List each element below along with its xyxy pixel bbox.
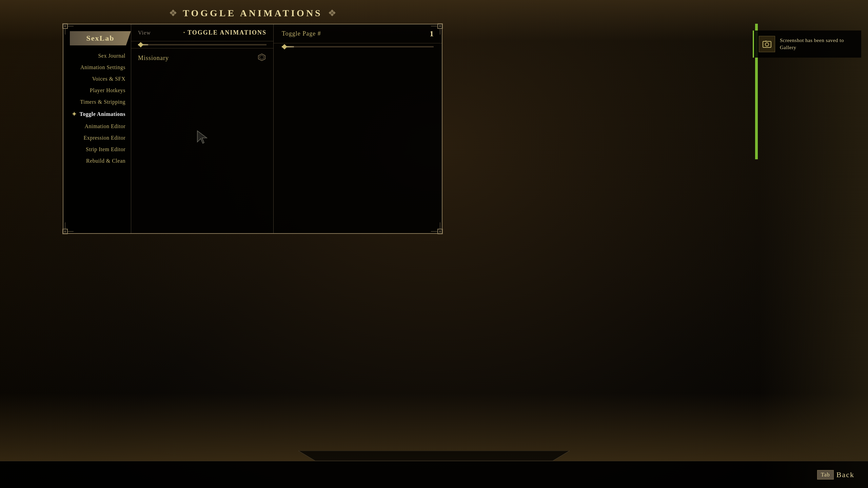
sidebar-item-timers-stripping[interactable]: Timers & Stripping (63, 97, 131, 107)
middle-slider-track[interactable] (138, 44, 267, 45)
middle-slider-container[interactable] (131, 41, 273, 48)
svg-rect-2 (765, 41, 767, 42)
right-wall-decoration (760, 0, 868, 488)
sidebar-item-player-hotkeys[interactable]: Player Hotkeys (63, 85, 131, 96)
corner-decoration-tl (62, 23, 74, 35)
title-ornament-right: ❖ (328, 7, 336, 19)
page-title: TOGGLE ANIMATIONS (183, 8, 322, 19)
notification-icon (759, 36, 775, 52)
corner-decoration-br (431, 222, 443, 235)
middle-panel: View • TOGGLE ANIMATIONS Missionary (131, 24, 274, 233)
title-ornament-left: ❖ (169, 7, 177, 19)
right-panel: Toggle Page # 1 (274, 24, 442, 233)
middle-panel-header: View • TOGGLE ANIMATIONS (131, 24, 273, 41)
notification-toast: Screenshot has been saved to Gallery (753, 30, 861, 58)
cursor-indicator (194, 129, 211, 149)
svg-rect-8 (439, 25, 441, 27)
sidebar-title: SexLab (70, 31, 131, 45)
back-label: Back (836, 470, 854, 479)
sidebar-item-expression-editor[interactable]: Expression Editor (63, 133, 131, 143)
active-menu-icon: ✦ (72, 110, 77, 118)
animation-list-item[interactable]: Missionary (131, 48, 273, 68)
right-slider-track[interactable] (282, 46, 434, 47)
tab-key-label: Tab (817, 470, 834, 480)
sidebar-item-strip-item-editor[interactable]: Strip Item Editor (63, 144, 131, 155)
view-value: • TOGGLE ANIMATIONS (183, 29, 267, 36)
sidebar-item-animation-editor[interactable]: Animation Editor (63, 121, 131, 131)
animation-label: Missionary (138, 55, 169, 62)
sidebar: SexLab Sex Journal Animation Settings Vo… (63, 24, 131, 233)
right-slider-handle[interactable] (282, 44, 287, 49)
sidebar-item-animation-settings[interactable]: Animation Settings (63, 62, 131, 73)
sidebar-item-sex-journal[interactable]: Sex Journal (63, 51, 131, 61)
middle-slider-handle[interactable] (138, 42, 143, 47)
svg-rect-0 (763, 41, 771, 47)
bottom-bar: Tab Back (0, 461, 868, 488)
bottom-trapezoid-decoration (298, 451, 570, 461)
animation-toggle-icon[interactable] (257, 53, 267, 64)
right-panel-header: Toggle Page # 1 (274, 24, 442, 43)
svg-rect-4 (64, 25, 66, 27)
svg-point-1 (765, 43, 769, 46)
main-ui-container: ❖ TOGGLE ANIMATIONS ❖ SexLab Sex Journal… (63, 24, 442, 234)
sidebar-item-toggle-animations[interactable]: ✦ Toggle Animations (63, 108, 131, 120)
corner-decoration-bl (62, 222, 74, 235)
back-button[interactable]: Tab Back (817, 470, 854, 480)
view-label: View (138, 30, 151, 36)
toggle-page-label: Toggle Page # (282, 30, 321, 37)
title-bar: ❖ TOGGLE ANIMATIONS ❖ (169, 7, 336, 19)
sidebar-item-rebuild-clean[interactable]: Rebuild & Clean (63, 156, 131, 166)
svg-rect-16 (439, 230, 441, 232)
sidebar-item-voices-sfx[interactable]: Voices & SFX (63, 74, 131, 84)
right-slider-container[interactable] (274, 43, 442, 50)
svg-rect-12 (64, 230, 66, 232)
bullet-icon: • (183, 30, 185, 35)
notification-text: Screenshot has been saved to Gallery (780, 37, 856, 51)
corner-decoration-tr (431, 23, 443, 35)
